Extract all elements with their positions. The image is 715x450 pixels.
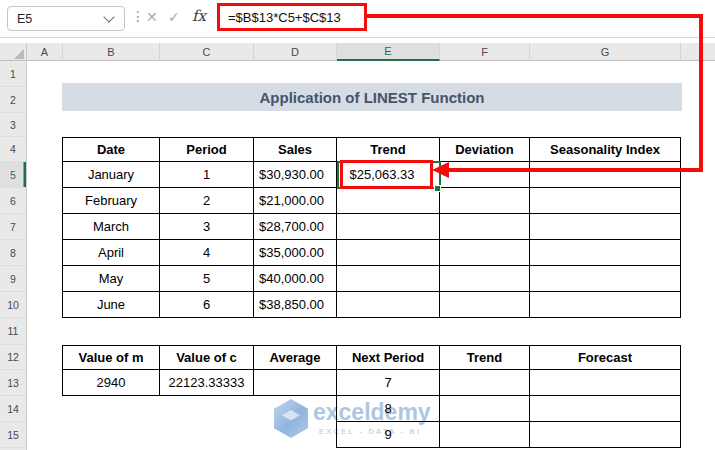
col-header-E[interactable]: E [337, 43, 440, 61]
arrow-head-icon [432, 162, 449, 178]
cell-F9[interactable] [440, 266, 530, 292]
cell-F15[interactable] [440, 422, 530, 448]
cell-G12[interactable]: Forecast [530, 346, 681, 370]
cell-G6[interactable] [530, 188, 681, 214]
row-header-1[interactable]: 1 [0, 61, 26, 87]
fill-handle[interactable] [434, 185, 441, 192]
cell-G9[interactable] [530, 266, 681, 292]
cell-C6[interactable]: 2 [160, 188, 254, 214]
cell-E10[interactable] [337, 292, 440, 318]
cell-B5[interactable]: January [63, 162, 160, 188]
cell-G15[interactable] [530, 422, 681, 448]
cell-B6[interactable]: February [63, 188, 160, 214]
column-headers: A B C D E F G [0, 43, 715, 61]
row-header-15[interactable]: 15 [0, 422, 26, 448]
row-header-2[interactable]: 2 [0, 87, 26, 113]
cell-C13[interactable]: 22123.33333 [160, 370, 254, 396]
arrow-segment-top [364, 14, 703, 18]
col-header-A[interactable]: A [27, 43, 63, 61]
cell-E6[interactable] [337, 188, 440, 214]
row-header-10[interactable]: 10 [0, 292, 26, 318]
name-box-cell-ref: E5 [8, 12, 105, 26]
cell-F4[interactable]: Deviation [440, 138, 530, 162]
cell-G13[interactable] [530, 370, 681, 396]
arrow-segment-right [699, 14, 703, 172]
page-title[interactable]: Application of LINEST Function [62, 83, 682, 111]
next-period-rows: 8 9 [336, 396, 681, 448]
col-header-H-partial[interactable] [681, 43, 715, 61]
cell-D4[interactable]: Sales [254, 138, 337, 162]
col-header-F[interactable]: F [440, 43, 530, 61]
cell-C5[interactable]: 1 [160, 162, 254, 188]
cell-D13[interactable] [254, 370, 337, 396]
row-header-12[interactable]: 12 [0, 345, 26, 370]
row-header-4[interactable]: 4 [0, 137, 26, 162]
cell-F14[interactable] [440, 396, 530, 422]
cell-D8[interactable]: $35,000.00 [254, 240, 337, 266]
row-header-3[interactable]: 3 [0, 113, 26, 137]
cell-B8[interactable]: April [63, 240, 160, 266]
row-header-13[interactable]: 13 [0, 370, 26, 396]
cell-C9[interactable]: 5 [160, 266, 254, 292]
cell-F10[interactable] [440, 292, 530, 318]
cell-B9[interactable]: May [63, 266, 160, 292]
col-header-B[interactable]: B [63, 43, 160, 61]
cell-E8[interactable] [337, 240, 440, 266]
cell-F8[interactable] [440, 240, 530, 266]
row-header-7[interactable]: 7 [0, 214, 26, 240]
cell-D9[interactable]: $40,000.00 [254, 266, 337, 292]
cell-D12[interactable]: Average [254, 346, 337, 370]
cell-B4[interactable]: Date [63, 138, 160, 162]
cell-C10[interactable]: 6 [160, 292, 254, 318]
cell-E14[interactable]: 8 [337, 396, 440, 422]
cell-F6[interactable] [440, 188, 530, 214]
row-header-14[interactable]: 14 [0, 396, 26, 422]
cell-F13[interactable] [440, 370, 530, 396]
row-header-5[interactable]: 5 [0, 162, 26, 188]
cell-D7[interactable]: $28,700.00 [254, 214, 337, 240]
cancel-icon[interactable]: ✕ [146, 9, 158, 25]
cell-E13[interactable]: 7 [337, 370, 440, 396]
cell-F12[interactable]: Trend [440, 346, 530, 370]
excel-window: E5 ⋮ ✕ ✓ fx =$B$13*C5+$C$13 A B C D E F … [0, 0, 715, 450]
cell-B7[interactable]: March [63, 214, 160, 240]
select-all-corner[interactable] [0, 43, 27, 61]
cell-E15[interactable]: 9 [337, 422, 440, 448]
insert-function-icon[interactable]: fx [192, 7, 206, 25]
row-header-8[interactable]: 8 [0, 240, 26, 266]
cell-E4[interactable]: Trend [337, 138, 440, 162]
row-headers: 1 2 3 4 5 6 7 8 9 10 11 12 13 14 15 [0, 61, 27, 450]
cell-G7[interactable] [530, 214, 681, 240]
cell-G5[interactable] [530, 162, 681, 188]
cell-E7[interactable] [337, 214, 440, 240]
cell-C12[interactable]: Value of c [160, 346, 254, 370]
cell-G10[interactable] [530, 292, 681, 318]
cell-G14[interactable] [530, 396, 681, 422]
col-header-C[interactable]: C [160, 43, 254, 61]
arrow-segment-bottom [448, 168, 703, 172]
cell-D10[interactable]: $38,850.00 [254, 292, 337, 318]
enter-icon[interactable]: ✓ [168, 9, 180, 25]
cell-G4[interactable]: Seasonality Index [530, 138, 681, 162]
cell-D5[interactable]: $30,930.00 [254, 162, 337, 188]
cell-highlight-box [340, 160, 433, 189]
cell-F5[interactable] [440, 162, 530, 188]
cell-F7[interactable] [440, 214, 530, 240]
col-header-G[interactable]: G [530, 43, 681, 61]
cell-B10[interactable]: June [63, 292, 160, 318]
row-header-6[interactable]: 6 [0, 188, 26, 214]
row-header-9[interactable]: 9 [0, 266, 26, 292]
chevron-down-icon[interactable] [103, 11, 114, 22]
cell-E12[interactable]: Next Period [337, 346, 440, 370]
cell-C8[interactable]: 4 [160, 240, 254, 266]
cell-E9[interactable] [337, 266, 440, 292]
cell-B13[interactable]: 2940 [63, 370, 160, 396]
row-header-11[interactable]: 11 [0, 318, 26, 345]
cell-G8[interactable] [530, 240, 681, 266]
col-header-D[interactable]: D [254, 43, 337, 61]
cell-D6[interactable]: $21,000.00 [254, 188, 337, 214]
name-box[interactable]: E5 [7, 6, 125, 31]
cell-C7[interactable]: 3 [160, 214, 254, 240]
cell-B12[interactable]: Value of m [63, 346, 160, 370]
cell-C4[interactable]: Period [160, 138, 254, 162]
